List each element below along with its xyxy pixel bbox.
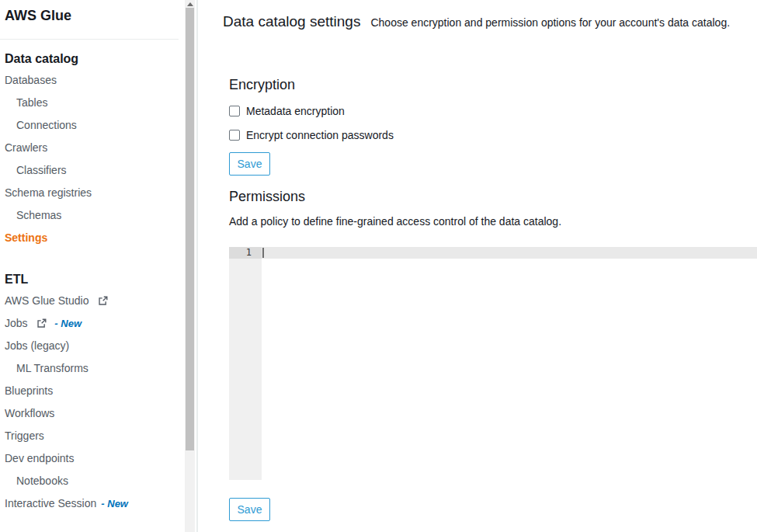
sidebar-item-label: Connections — [16, 119, 77, 131]
sidebar-section-etl: ETL — [0, 269, 186, 290]
sidebar-item-triggers[interactable]: Triggers — [0, 425, 186, 447]
checkbox-label: Metadata encryption — [246, 105, 345, 117]
sidebar-item-label: Schemas — [16, 209, 61, 221]
sidebar-divider — [0, 39, 179, 40]
checkbox-row-encrypt-connection-passwords: Encrypt connection passwords — [229, 129, 394, 141]
sidebar-item-label: Triggers — [5, 429, 44, 442]
sidebar-item-label: Databases — [5, 74, 57, 86]
sidebar-item-label: Blueprints — [5, 384, 53, 397]
checkbox-encrypt-connection-passwords[interactable] — [229, 130, 240, 141]
checkbox-row-metadata-encryption: Metadata encryption — [229, 105, 345, 117]
sidebar-content: AWS Glue Data catalogDatabasesTablesConn… — [0, 0, 186, 532]
new-badge: - New — [54, 318, 82, 329]
app-window: AWS Glue Data catalogDatabasesTablesConn… — [0, 0, 757, 532]
sidebar-item-label: Dev endpoints — [5, 452, 75, 464]
scrollbar-up-arrow[interactable] — [185, 0, 195, 8]
sidebar-item-label: Notebooks — [16, 475, 68, 487]
editor-active-line — [262, 247, 757, 259]
sidebar-item-tables[interactable]: Tables — [0, 92, 186, 114]
sidebar-item-label: Jobs — [5, 317, 28, 329]
sidebar-item-connections[interactable]: Connections — [0, 114, 186, 137]
sidebar-item-label: Schema registries — [5, 186, 92, 199]
editor-cursor — [262, 248, 264, 258]
sidebar-item-label: Crawlers — [5, 141, 47, 154]
editor-line-number: 1 — [229, 247, 262, 259]
sidebar-item-blueprints[interactable]: Blueprints — [0, 380, 186, 402]
external-link-icon — [36, 314, 47, 336]
checkbox-label: Encrypt connection passwords — [246, 129, 394, 141]
save-encryption-button[interactable]: Save — [229, 152, 270, 176]
sidebar-item-jobs-legacy[interactable]: Jobs (legacy) — [0, 335, 186, 357]
main-content: Data catalog settingsChoose encryption a… — [198, 0, 757, 532]
sidebar-item-ml-transforms[interactable]: ML Transforms — [0, 357, 186, 380]
permissions-heading: Permissions — [229, 189, 305, 205]
new-badge: - New — [101, 498, 128, 509]
sidebar: AWS Glue Data catalogDatabasesTablesConn… — [0, 0, 198, 532]
checkbox-metadata-encryption[interactable] — [229, 106, 240, 116]
sidebar-nav: Data catalogDatabasesTablesConnectionsCr… — [0, 49, 186, 515]
page-subtitle: Choose encryption and permission options… — [370, 16, 730, 29]
sidebar-item-label: ML Transforms — [16, 362, 89, 374]
sidebar-item-label: Settings — [5, 231, 47, 244]
sidebar-item-label: Classifiers — [16, 164, 67, 176]
sidebar-item-label: Interactive Session — [5, 497, 96, 509]
sidebar-item-schema-registries[interactable]: Schema registries — [0, 182, 186, 204]
sidebar-item-databases[interactable]: Databases — [0, 69, 186, 92]
sidebar-section-data-catalog: Data catalog — [0, 49, 186, 69]
save-permissions-button[interactable]: Save — [229, 498, 270, 521]
sidebar-item-jobs[interactable]: Jobs - New — [0, 312, 186, 335]
sidebar-item-schemas[interactable]: Schemas — [0, 204, 186, 227]
sidebar-item-label: Jobs (legacy) — [5, 339, 69, 352]
sidebar-item-aws-glue-studio[interactable]: AWS Glue Studio — [0, 290, 186, 312]
sidebar-item-classifiers[interactable]: Classifiers — [0, 159, 186, 182]
sidebar-item-crawlers[interactable]: Crawlers — [0, 137, 186, 159]
sidebar-item-dev-endpoints[interactable]: Dev endpoints — [0, 447, 186, 470]
permissions-description: Add a policy to define fine-grained acce… — [229, 215, 561, 228]
sidebar-item-label: AWS Glue Studio — [5, 294, 89, 307]
up-triangle-icon — [187, 2, 193, 6]
encryption-heading: Encryption — [229, 77, 295, 93]
sidebar-item-notebooks[interactable]: Notebooks — [0, 470, 186, 492]
external-link-icon — [98, 291, 108, 314]
sidebar-item-settings[interactable]: Settings — [0, 227, 186, 249]
sidebar-item-workflows[interactable]: Workflows — [0, 402, 186, 425]
sidebar-item-label: Workflows — [5, 407, 54, 419]
sidebar-item-label: Tables — [16, 96, 47, 109]
sidebar-item-interactive-session[interactable]: Interactive Session- New — [0, 492, 186, 515]
scrollbar-thumb[interactable] — [186, 8, 194, 450]
editor-gutter: 1 — [229, 247, 262, 480]
page-title: Data catalog settings — [223, 13, 360, 30]
app-title[interactable]: AWS Glue — [0, 0, 186, 24]
policy-editor[interactable]: 1 — [229, 247, 757, 480]
sidebar-scrollbar-track[interactable] — [185, 0, 195, 532]
page-header: Data catalog settingsChoose encryption a… — [223, 13, 730, 30]
